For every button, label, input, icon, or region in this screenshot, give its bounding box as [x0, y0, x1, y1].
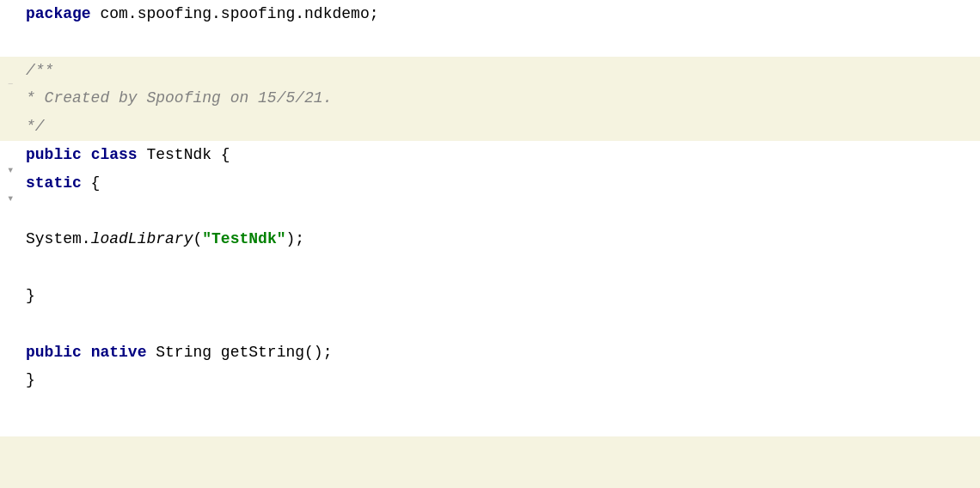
code-token: com.spoofing.spoofing.ndkdemo;: [91, 5, 379, 22]
code-line: [0, 28, 980, 57]
line-content: public native String getString();: [26, 340, 980, 365]
code-token: }: [26, 371, 35, 388]
code-line: * Created by Spoofing on 15/5/21.: [0, 84, 980, 113]
code-token: [82, 146, 91, 163]
code-line: }: [0, 282, 980, 310]
code-token: System.: [26, 230, 91, 247]
line-content: [26, 199, 980, 224]
code-line: ▾ static {: [0, 169, 980, 198]
code-token: [82, 344, 91, 361]
code-line: }: [0, 366, 980, 394]
line-content: static {: [26, 171, 980, 196]
code-line: [0, 253, 980, 282]
code-line: */: [0, 113, 980, 141]
code-token: TestNdk {: [138, 146, 230, 163]
line-content: package com.spoofing.spoofing.ndkdemo;: [26, 2, 980, 27]
bottom-highlight-area: [0, 436, 980, 488]
line-content: System.loadLibrary("TestNdk");: [26, 227, 980, 252]
line-content: * Created by Spoofing on 15/5/21.: [26, 86, 980, 111]
code-token: {: [82, 174, 101, 192]
code-token: /**: [26, 62, 53, 79]
code-token: class: [91, 146, 138, 163]
code-token: native: [91, 344, 147, 361]
code-token: (: [193, 230, 202, 247]
code-token: public: [26, 146, 82, 163]
code-token: public: [26, 344, 82, 361]
code-editor: package com.spoofing.spoofing.ndkdemo; ▾…: [0, 0, 980, 488]
code-token: String getString();: [146, 344, 332, 361]
code-token: */: [26, 118, 45, 135]
line-content: /**: [26, 58, 980, 83]
code-token: package: [26, 5, 91, 22]
line-content: [26, 255, 980, 280]
code-line: ▾public class TestNdk {: [0, 141, 980, 169]
code-token: * Created by Spoofing on 15/5/21.: [26, 89, 332, 107]
line-content: [26, 312, 980, 337]
code-token: );: [285, 230, 304, 247]
code-token: }: [26, 287, 35, 304]
line-content: }: [26, 284, 980, 308]
line-content: public class TestNdk {: [26, 143, 980, 168]
line-content: }: [26, 368, 980, 393]
line-content: [26, 30, 980, 55]
code-token: static: [26, 174, 82, 192]
code-line: [0, 310, 980, 339]
code-line: [0, 198, 980, 226]
code-line: public native String getString();: [0, 339, 980, 367]
code-token: "TestNdk": [202, 230, 285, 247]
line-content: */: [26, 114, 980, 139]
code-line: package com.spoofing.spoofing.ndkdemo;: [0, 0, 980, 28]
code-token: loadLibrary: [91, 230, 193, 247]
code-line: ▾/**: [0, 57, 980, 85]
code-line: System.loadLibrary("TestNdk");: [0, 225, 980, 253]
